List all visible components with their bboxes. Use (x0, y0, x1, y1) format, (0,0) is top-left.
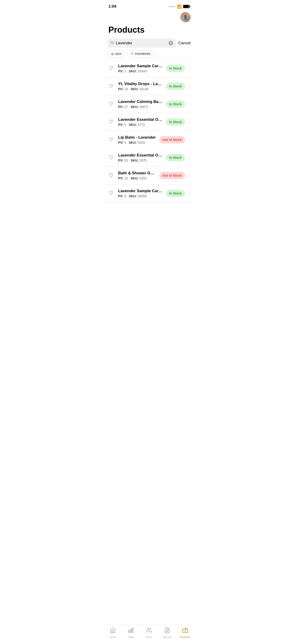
bottom-nav: Home Stats Team (104, 625, 194, 644)
status-icons: 📶 (169, 4, 190, 9)
sku-label: SKU: (129, 123, 137, 126)
product-meta: PV: 9 SKU: 20055 (118, 194, 163, 198)
product-meta: PV: 23 SKU: 30130 (118, 87, 163, 91)
product-meta: PV: 20 SKU: 5202 (118, 176, 156, 180)
favorite-button[interactable]: ♡ (107, 190, 115, 197)
svg-rect-4 (132, 628, 133, 633)
chevron-right-icon: › (189, 173, 191, 178)
search-row: ✕ Cancel (104, 38, 194, 50)
product-item[interactable]: ♡ Lavender Essential Oil - 15ml PV: 25 S… (104, 149, 194, 167)
heart-icon: ♡ (109, 154, 114, 161)
sku-label: SKU: (131, 87, 139, 91)
product-item[interactable]: ♡ Lavender Sample Card - 10pk PV: 9 SKU:… (104, 184, 194, 202)
oos-label: OOS (115, 52, 121, 56)
favorite-button[interactable]: ♡ (107, 118, 115, 126)
favorite-button[interactable]: ♡ (107, 172, 115, 179)
product-info: Lip Balm - Lavender PV: 4 SKU: 5203 (118, 135, 156, 144)
nav-team-label: Team (146, 636, 152, 638)
avatar[interactable]: 👤 (180, 12, 191, 22)
nav-team[interactable]: Team (140, 627, 158, 638)
sku-label: SKU: (129, 194, 137, 198)
nav-products-label: Products (180, 636, 190, 638)
product-item[interactable]: ♡ Lavender Essential Oil Samp... PV: 5 S… (104, 113, 194, 131)
chevron-right-icon: › (189, 66, 191, 71)
status-time: 1:04 (108, 4, 116, 9)
sku-label: SKU: (129, 69, 137, 73)
product-name: Lavender Sample Card - 10pk (118, 189, 163, 193)
nav-home[interactable]: Home (104, 627, 122, 638)
heart-icon: ♡ (109, 137, 114, 143)
status-bar: 1:04 📶 (104, 0, 194, 11)
nav-stats[interactable]: Stats (122, 627, 140, 638)
product-meta: PV: 5 SKU: 4770 (118, 123, 163, 126)
favorite-button[interactable]: ♡ (107, 82, 115, 90)
product-item[interactable]: ♡ Lip Balm - Lavender PV: 4 SKU: 5203 Ou… (104, 131, 194, 149)
stock-badge: In Stock (166, 190, 185, 197)
product-item[interactable]: ♡ Lavender Sample Card - 1.8ml PV: 1 SKU… (104, 60, 194, 78)
sku-label: SKU: (131, 158, 139, 162)
stock-badge: Out of Stock (159, 172, 185, 180)
product-meta: PV: 25 SKU: 3575 (118, 158, 163, 162)
product-info: Lavender Sample Card - 10pk PV: 9 SKU: 2… (118, 189, 163, 198)
product-name: Lavender Essential Oil Samp... (118, 117, 163, 122)
filter-oos[interactable]: ⊙ OOS (107, 50, 125, 58)
filter-row: ⊙ OOS ♡ FAVORITES (104, 50, 194, 59)
product-meta: PV: 4 SKU: 5203 (118, 141, 156, 144)
stock-badge: In Stock (166, 82, 185, 90)
pv-label: PV: (118, 176, 123, 180)
stock-badge: In Stock (166, 118, 185, 126)
pv-label: PV: (118, 69, 123, 73)
heart-icon: ♡ (109, 119, 114, 125)
sku-label: SKU: (131, 105, 139, 109)
main-content: ♡ Lavender Sample Card - 1.8ml PV: 1 SKU… (104, 60, 194, 223)
chevron-right-icon: › (189, 120, 191, 124)
filter-favorites[interactable]: ♡ FAVORITES (127, 50, 154, 58)
favorite-button[interactable]: ♡ (107, 136, 115, 144)
svg-rect-2 (129, 630, 130, 633)
search-container[interactable]: ✕ (107, 38, 176, 48)
nav-reports[interactable]: Reports (158, 627, 176, 638)
signal-icon (169, 6, 176, 7)
favorites-icon: ♡ (131, 52, 134, 56)
chevron-right-icon: › (189, 102, 191, 107)
home-icon (110, 627, 116, 635)
favorites-label: FAVORITES (135, 52, 151, 56)
pv-label: PV: (118, 105, 123, 109)
product-item[interactable]: ♡ Bath & Shower Gel - Lavend... PV: 20 S… (104, 167, 194, 184)
product-name: YL Vitality Drops - Lavender... (118, 82, 163, 86)
heart-icon: ♡ (109, 172, 114, 178)
product-info: Lavender Essential Oil - 15ml PV: 25 SKU… (118, 153, 163, 162)
heart-icon: ♡ (109, 83, 114, 89)
product-info: Bath & Shower Gel - Lavend... PV: 20 SKU… (118, 171, 156, 180)
product-list: ♡ Lavender Sample Card - 1.8ml PV: 1 SKU… (104, 60, 194, 202)
reports-icon (164, 627, 170, 635)
product-info: YL Vitality Drops - Lavender... PV: 23 S… (118, 82, 163, 91)
chevron-right-icon: › (189, 138, 191, 142)
heart-icon: ♡ (109, 101, 114, 107)
search-input[interactable] (116, 41, 167, 46)
stock-badge: In Stock (166, 100, 185, 108)
search-clear-button[interactable]: ✕ (168, 41, 173, 46)
product-name: Lavender Essential Oil - 15ml (118, 153, 163, 158)
product-item[interactable]: ♡ YL Vitality Drops - Lavender... PV: 23… (104, 78, 194, 95)
favorite-button[interactable]: ♡ (107, 154, 115, 161)
favorite-button[interactable]: ♡ (107, 100, 115, 108)
nav-products[interactable]: Products (176, 627, 194, 638)
pv-label: PV: (118, 141, 123, 144)
pv-label: PV: (118, 87, 123, 91)
product-meta: PV: 1 SKU: 25343 (118, 69, 163, 73)
favorite-button[interactable]: ♡ (107, 65, 115, 72)
oos-icon: ⊙ (111, 52, 114, 56)
product-name: Lavender Sample Card - 1.8ml (118, 64, 163, 68)
pv-label: PV: (118, 123, 123, 126)
product-info: Lavender Essential Oil Samp... PV: 5 SKU… (118, 117, 163, 126)
wifi-icon: 📶 (177, 4, 182, 9)
product-name: Lip Balm - Lavender (118, 135, 156, 140)
stock-badge: Out of Stock (159, 136, 185, 144)
cancel-button[interactable]: Cancel (178, 41, 191, 46)
pv-label: PV: (118, 194, 123, 198)
heart-icon: ♡ (109, 65, 114, 72)
chevron-right-icon: › (189, 155, 191, 160)
nav-home-label: Home (109, 636, 116, 638)
product-item[interactable]: ♡ Lavender Calming Bath Bom... PV: 27 SK… (104, 95, 194, 113)
